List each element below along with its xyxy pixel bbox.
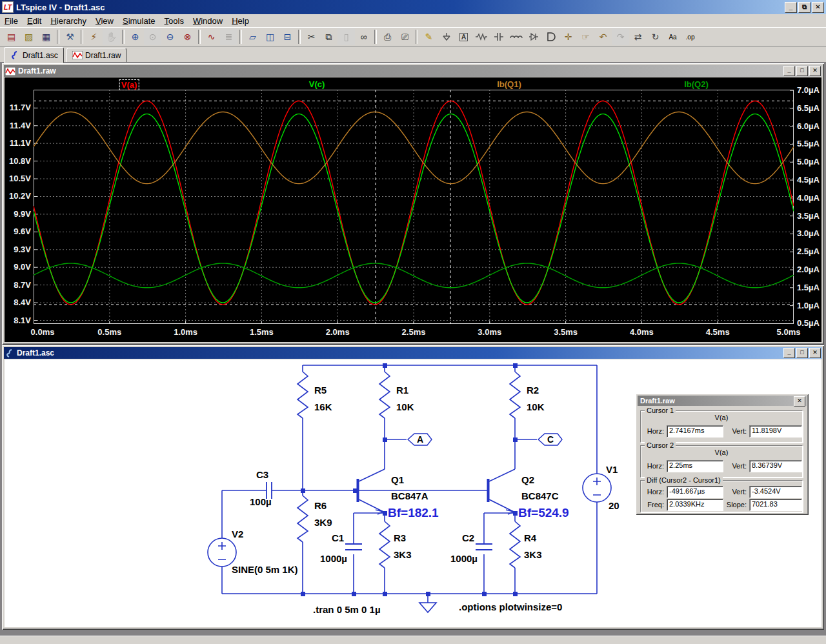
component-label-Q1[interactable]: Q1 bbox=[391, 474, 404, 485]
undo-button[interactable]: ↶ bbox=[594, 28, 612, 45]
component-label-C2[interactable]: C2 bbox=[462, 532, 474, 543]
waveform-close-button[interactable]: ✕ bbox=[809, 66, 821, 76]
app-titlebar[interactable]: LT LTspice IV - Draft1.asc _ ⧉ ✕ bbox=[0, 0, 826, 14]
view-netlist-button[interactable]: ≣ bbox=[220, 28, 237, 45]
ground-button[interactable] bbox=[438, 28, 455, 45]
halt-button[interactable]: ✋ bbox=[103, 28, 120, 45]
component-label-10K[interactable]: 10K bbox=[396, 401, 414, 412]
component-label-R2[interactable]: R2 bbox=[527, 385, 539, 396]
component-label-BC847C[interactable]: BC847C bbox=[521, 490, 559, 501]
zoom-out-button[interactable]: ⊖ bbox=[161, 28, 179, 45]
component-label-R4[interactable]: R4 bbox=[524, 532, 536, 543]
save-button[interactable]: ▦ bbox=[37, 28, 55, 45]
menu-item-hierarchy[interactable]: Hierarchy bbox=[46, 15, 91, 27]
new-schematic-button[interactable]: ▤ bbox=[3, 28, 20, 45]
schematic-minimize-button[interactable]: _ bbox=[783, 348, 795, 358]
waveform-restore-button[interactable]: □ bbox=[796, 66, 808, 76]
trace-label-V(a)[interactable]: V(a) bbox=[119, 79, 139, 90]
mirror-button[interactable]: ⇄ bbox=[629, 28, 647, 45]
cursor-field-value[interactable]: 2.25ms bbox=[667, 460, 723, 472]
zoom-back-button[interactable]: ⊙ bbox=[144, 28, 161, 45]
control-panel-button[interactable]: ⚒ bbox=[61, 28, 79, 45]
draft-wire-button[interactable]: ✎ bbox=[420, 28, 438, 45]
component-label-V2[interactable]: V2 bbox=[232, 528, 243, 539]
cursor-dialog-close-button[interactable]: ✕ bbox=[794, 396, 805, 407]
cursor-field-value[interactable]: -491.667µs bbox=[667, 486, 723, 498]
menu-item-file[interactable]: File bbox=[0, 15, 23, 27]
resistor-symbol[interactable] bbox=[379, 372, 390, 418]
resistor-symbol[interactable] bbox=[297, 496, 308, 542]
cursor-field-value[interactable]: 2.0339KHz bbox=[667, 499, 723, 511]
schematic-canvas[interactable]: Draft1.raw ✕ Cursor 1V(a)Horz:2.74167msV… bbox=[5, 359, 821, 627]
component-label-3K3[interactable]: 3K3 bbox=[524, 549, 542, 560]
capacitor-symbol[interactable] bbox=[345, 544, 362, 550]
zoom-area-button[interactable]: ⊕ bbox=[126, 28, 144, 45]
component-button[interactable] bbox=[542, 28, 559, 45]
cursor-field-value[interactable]: 11.8198V bbox=[749, 425, 802, 438]
bjt-base-bar[interactable] bbox=[487, 479, 490, 502]
component-label-BC847A[interactable]: BC847A bbox=[391, 490, 428, 501]
cursor-dialog-titlebar[interactable]: Draft1.raw ✕ bbox=[638, 396, 807, 406]
plot-canvas[interactable] bbox=[34, 90, 794, 324]
component-label-R6[interactable]: R6 bbox=[314, 500, 327, 511]
component-label-R1[interactable]: R1 bbox=[396, 385, 408, 396]
component-label-V1[interactable]: V1 bbox=[606, 464, 618, 475]
menu-item-help[interactable]: Help bbox=[227, 15, 254, 27]
bjt-emitter[interactable] bbox=[359, 499, 385, 512]
component-label-R5[interactable]: R5 bbox=[314, 385, 327, 396]
trace-label-Ib(Q2)[interactable]: Ib(Q2) bbox=[684, 79, 709, 89]
autorange-y-axis-button[interactable]: ∿ bbox=[203, 28, 220, 45]
open-button[interactable]: ▨ bbox=[20, 28, 37, 45]
bjt-collector[interactable] bbox=[359, 469, 385, 481]
menu-item-tools[interactable]: Tools bbox=[160, 15, 188, 27]
net-label-button[interactable]: A bbox=[455, 28, 472, 45]
component-label-16K[interactable]: 16K bbox=[314, 401, 332, 412]
move-button[interactable]: ✛ bbox=[559, 28, 577, 45]
component-label-Q2[interactable]: Q2 bbox=[521, 474, 534, 485]
schematic-restore-button[interactable]: □ bbox=[796, 348, 808, 358]
schematic-close-button[interactable]: ✕ bbox=[809, 348, 821, 358]
component-label-C1[interactable]: C1 bbox=[332, 532, 344, 543]
component-label-1000[interactable]: 1000µ bbox=[320, 553, 347, 564]
bf-measurement-label[interactable]: Bf=524.9 bbox=[518, 506, 569, 520]
spice-directive-text[interactable]: .tran 0 5m 0 1µ bbox=[313, 604, 381, 615]
bjt-emitter[interactable] bbox=[489, 499, 515, 512]
bf-measurement-label[interactable]: Bf=182.1 bbox=[388, 506, 439, 520]
resistor-symbol[interactable] bbox=[297, 372, 308, 418]
resistor-symbol[interactable] bbox=[379, 521, 390, 568]
drag-button[interactable]: ☞ bbox=[577, 28, 594, 45]
run-button[interactable]: ⚡ bbox=[85, 28, 103, 45]
waveform-window-titlebar[interactable]: Draft1.raw _ □ ✕ bbox=[4, 65, 822, 77]
cursor-field-value[interactable]: 2.74167ms bbox=[667, 425, 723, 438]
tile-horizontally-button[interactable]: ⊟ bbox=[279, 28, 296, 45]
menu-item-view[interactable]: View bbox=[91, 15, 118, 27]
tab-draft1-asc[interactable]: Draft1.asc bbox=[4, 47, 64, 63]
print-preview-button[interactable]: ⎚ bbox=[396, 28, 414, 45]
copy-button[interactable]: ⧉ bbox=[320, 28, 337, 45]
tile-vertically-button[interactable]: ◫ bbox=[261, 28, 279, 45]
resistor-symbol[interactable] bbox=[510, 521, 520, 568]
redo-button[interactable]: ↷ bbox=[612, 28, 629, 45]
waveform-plot-area[interactable]: 11.7V11.4V11.1V10.8V10.5V10.2V9.9V9.6V9.… bbox=[5, 77, 821, 342]
tab-draft1-raw[interactable]: Draft1.raw bbox=[66, 48, 126, 63]
component-label-SINE05m1K[interactable]: SINE(0 5m 1K) bbox=[232, 564, 298, 575]
inductor-button[interactable] bbox=[507, 28, 525, 45]
paste-button[interactable]: ▯ bbox=[337, 28, 355, 45]
print-button[interactable]: ⎙ bbox=[379, 28, 396, 45]
bjt-collector[interactable] bbox=[489, 469, 515, 481]
find-button[interactable]: ∞ bbox=[355, 28, 372, 45]
trace-label-Ib(Q1)[interactable]: Ib(Q1) bbox=[497, 79, 521, 89]
component-label-3K3[interactable]: 3K3 bbox=[394, 549, 412, 560]
restore-button[interactable]: ⧉ bbox=[798, 2, 811, 13]
trace-label-V(c)[interactable]: V(c) bbox=[309, 79, 325, 89]
menu-item-edit[interactable]: Edit bbox=[23, 15, 46, 27]
waveform-minimize-button[interactable]: _ bbox=[783, 66, 795, 76]
cursor-field-value[interactable]: 8.36739V bbox=[749, 460, 802, 472]
cursor-field-value[interactable]: 7021.83 bbox=[749, 499, 802, 511]
component-label-20[interactable]: 20 bbox=[609, 500, 620, 511]
cascade-windows-button[interactable]: ▱ bbox=[244, 28, 261, 45]
resistor-symbol[interactable] bbox=[510, 372, 520, 418]
schematic-window-titlebar[interactable]: Draft1.asc _ □ ✕ bbox=[4, 347, 822, 359]
text-button[interactable]: Aa bbox=[664, 28, 681, 45]
component-label-10K[interactable]: 10K bbox=[527, 401, 545, 412]
